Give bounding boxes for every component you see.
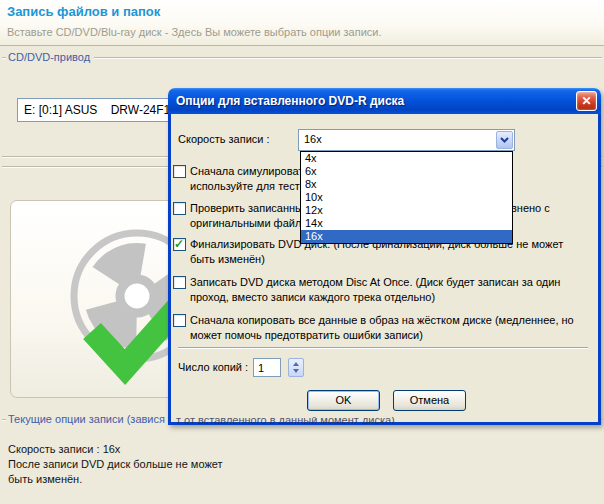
chevron-down-icon bbox=[500, 137, 509, 143]
page-header: Запись файлов и папок Вставьте CD/DVD/Bl… bbox=[0, 0, 604, 46]
spinner-up-icon[interactable] bbox=[293, 362, 299, 366]
current-speed-text: Скорость записи : 16x bbox=[8, 443, 120, 455]
current-note-line1: После записи DVD диск больше не может bbox=[8, 458, 223, 470]
dialog-title: Опции для вставленного DVD-R диска bbox=[176, 88, 404, 114]
cache-image-checkbox-box[interactable] bbox=[173, 314, 186, 327]
speed-option-16x-selected[interactable]: 16x bbox=[301, 230, 512, 243]
speed-combobox-drop-button[interactable] bbox=[496, 131, 513, 149]
speed-option-12x[interactable]: 12x bbox=[301, 204, 512, 217]
spinner-down-icon[interactable] bbox=[293, 369, 299, 373]
cancel-button[interactable]: Отмена bbox=[393, 390, 466, 411]
drive-select-value: E: [0:1] ASUS DRW-24F1ST bbox=[24, 103, 186, 117]
ok-button[interactable]: OK bbox=[307, 390, 380, 411]
speed-combobox-value: 16x bbox=[304, 133, 322, 145]
dvd-options-dialog: Опции для вставленного DVD-R диска ✕ Ско… bbox=[168, 88, 601, 425]
copies-input[interactable] bbox=[253, 358, 281, 377]
speed-label: Скорость записи : bbox=[178, 133, 270, 145]
speed-dropdown-list: 4x 6x 8x 10x 12x 14x 16x bbox=[300, 151, 513, 244]
disc-at-once-checkbox-box[interactable] bbox=[173, 276, 186, 289]
dialog-titlebar[interactable]: Опции для вставленного DVD-R диска ✕ bbox=[168, 88, 601, 114]
speed-option-6x[interactable]: 6x bbox=[301, 165, 512, 178]
page-subtitle: Вставьте CD/DVD/Blu-ray диск - Здесь Вы … bbox=[7, 26, 382, 38]
speed-option-10x[interactable]: 10x bbox=[301, 191, 512, 204]
dialog-separator bbox=[178, 347, 588, 348]
disc-at-once-checkbox-label: Записать DVD диска методом Disc At Once.… bbox=[190, 275, 592, 305]
burning-app-window: Запись файлов и папок Вставьте CD/DVD/Bl… bbox=[0, 0, 604, 504]
dialog-body: Скорость записи : 16x 4x 6x 8x 10x 12x 1… bbox=[168, 114, 601, 425]
speed-option-4x[interactable]: 4x bbox=[301, 152, 512, 165]
page-title: Запись файлов и папок bbox=[7, 4, 160, 19]
copies-spinner[interactable] bbox=[288, 358, 304, 377]
close-icon: ✕ bbox=[581, 94, 591, 108]
speed-combobox[interactable]: 16x bbox=[298, 129, 515, 151]
verify-checkbox-box[interactable] bbox=[173, 202, 186, 215]
drive-group-label: CD/DVD-привод bbox=[6, 51, 94, 63]
close-button[interactable]: ✕ bbox=[576, 91, 597, 111]
cache-image-checkbox-label: Сначала копировать все данные в образ на… bbox=[190, 313, 592, 343]
speed-option-8x[interactable]: 8x bbox=[301, 178, 512, 191]
speed-option-14x[interactable]: 14x bbox=[301, 217, 512, 230]
current-options-group-label: Текущие опции записи (завися bbox=[6, 413, 169, 425]
copies-label: Число копий : bbox=[178, 361, 248, 373]
current-note-line2: быть изменён. bbox=[8, 473, 82, 485]
finalize-checkbox-box-checked[interactable] bbox=[173, 238, 186, 251]
simulate-checkbox-box[interactable] bbox=[173, 165, 186, 178]
